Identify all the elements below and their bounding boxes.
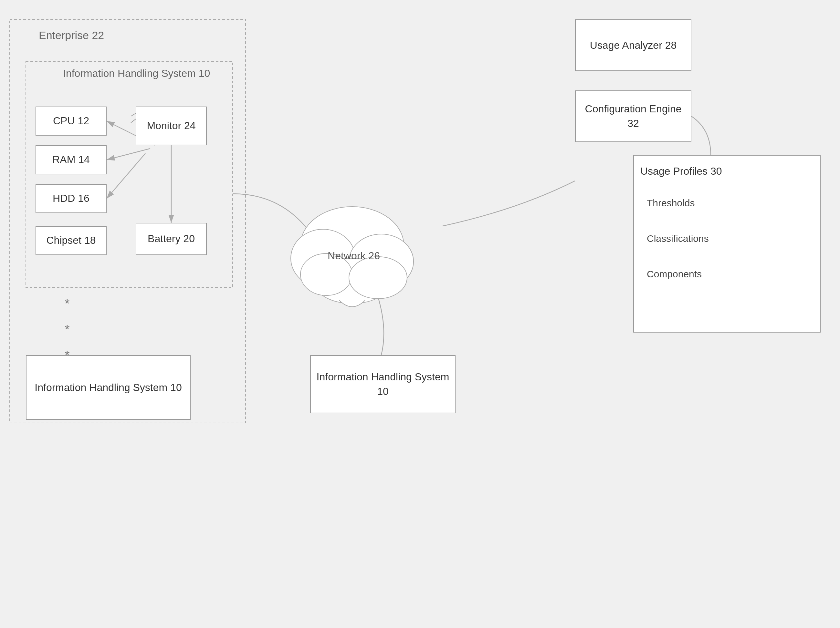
battery-box: Battery 20 [136,223,207,255]
ihs-center-box: Information Handling System 10 [310,355,456,413]
ram-label: RAM 14 [52,153,90,167]
battery-label: Battery 20 [148,232,195,246]
config-engine-box: Configuration Engine 32 [575,90,692,142]
hdd-box: HDD 16 [36,184,107,213]
dot-2: * [65,316,70,342]
monitor-box: Monitor 24 [136,107,207,145]
hdd-label: HDD 16 [53,192,90,205]
usage-analyzer-label: Usage Analyzer 28 [590,38,677,53]
usage-profiles-box: Usage Profiles 30 Thresholds Classificat… [633,155,821,332]
classifications-label: Classifications [647,233,709,244]
components-label: Components [647,269,702,280]
svg-point-11 [313,258,391,304]
usage-profiles-title: Usage Profiles 30 [640,165,813,177]
svg-line-4 [107,153,145,198]
thresholds-label: Thresholds [647,198,695,209]
network-label: Network 26 [326,249,381,263]
svg-line-3 [107,148,150,160]
enterprise-label: Enterprise 22 [39,29,104,42]
svg-point-8 [300,207,404,284]
ihs-center-label: Information Handling System 10 [314,370,452,399]
chipset-box: Chipset 18 [36,226,107,255]
config-engine-label: Configuration Engine 32 [579,102,687,131]
cpu-label: CPU 12 [53,114,89,128]
monitor-label: Monitor 24 [147,119,196,133]
chipset-label: Chipset 18 [47,234,96,247]
ihs-bottom-box: Information Handling System 10 [26,355,191,420]
dot-1: * [65,291,70,316]
usage-analyzer-box: Usage Analyzer 28 [575,19,692,71]
ihs-bottom-label: Information Handling System 10 [35,380,182,395]
ram-box: RAM 14 [36,145,107,174]
diagram-container: Enterprise 22 Information Handling Syste… [0,0,840,628]
cpu-box: CPU 12 [36,107,107,135]
ihs-top-label: Information Handling System 10 [63,66,210,81]
